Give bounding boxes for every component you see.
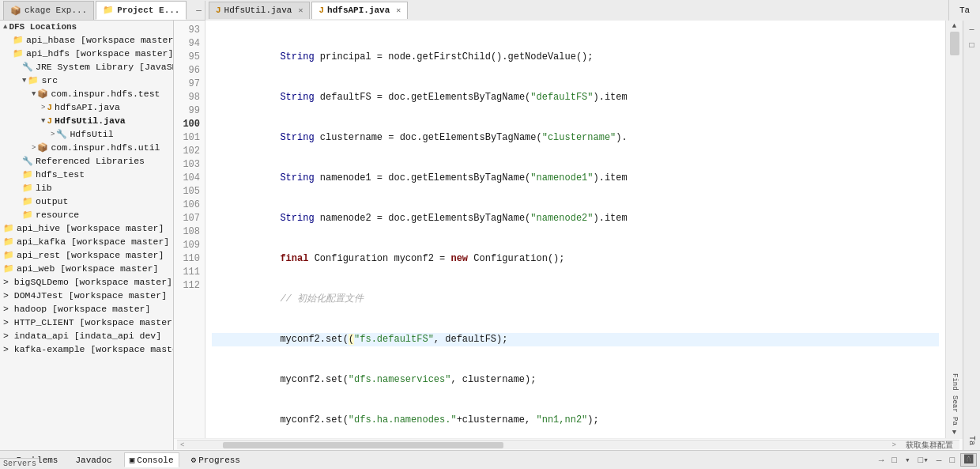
progress-icon: ⚙ — [191, 455, 197, 465]
java-icon-1: J — [216, 6, 221, 15]
line-numbers: 9394959697 9899100 101102103104105 10610… — [174, 21, 205, 438]
close-hdfsutil-tab[interactable]: ✕ — [298, 6, 303, 15]
sidebar-item-indata-api[interactable]: > indata_api [indata_api dev] — [0, 329, 173, 342]
run-btn[interactable]: → — [876, 455, 887, 466]
ref-icon: 🔧 — [22, 156, 33, 166]
package-icon-2: 📦 — [37, 142, 48, 153]
folder-icon-5: 📁 — [22, 196, 33, 206]
sidebar-tree: 📁 api_hbase [workspace master] 📁 api_hdf… — [0, 33, 173, 221]
sidebar-item-dom4j[interactable]: > DOM4JTest [workspace master] — [0, 289, 173, 302]
bottom-toolbar: → □ ▾ □▾ — □ 🅰 — [876, 453, 977, 467]
src-folder-icon: 📁 — [28, 75, 39, 85]
java-icon-2: J — [318, 6, 324, 15]
sidebar-item-output[interactable]: 📁 output — [9, 195, 173, 208]
scroll-down-btn[interactable]: ▼ — [952, 429, 956, 437]
bottom-bar: ⚠ Problems Javadoc ▣ Console ⚙ Progress … — [0, 450, 980, 469]
javadoc-tab[interactable]: Javadoc — [70, 453, 117, 467]
console-icon: ▣ — [130, 455, 135, 465]
console-tab[interactable]: ▣ Console — [124, 452, 179, 467]
far-right-tab[interactable]: Ta — [948, 0, 980, 21]
expand-pkg-arrow: ▼ — [32, 90, 36, 98]
stop-btn[interactable]: □ — [889, 455, 899, 466]
expand-arrow: > — [41, 104, 45, 112]
sidebar-item-com-inspur-util[interactable]: > 📦 com.inspur.hdfs.util — [9, 141, 173, 154]
project-explorer-tab[interactable]: 📁 Project E... — [96, 1, 187, 20]
editor-area: 9394959697 9899100 101102103104105 10610… — [174, 21, 963, 450]
right-scrollbar-panel: ▲ Find Sear Pa ▼ — [945, 21, 963, 438]
folder-icon-8: 📁 — [3, 236, 14, 247]
sidebar-item-hadoop[interactable]: > hadoop [workspace master] — [0, 302, 173, 316]
folder-icon-10: 📁 — [3, 263, 14, 274]
sidebar-item-hdfsapi[interactable]: > J hdfsAPI.java — [9, 100, 173, 114]
package-explorer-icon: 📦 — [10, 6, 21, 16]
sidebar-item-com-inspur-test[interactable]: ▼ 📦 com.inspur.hdfs.test — [9, 87, 173, 100]
sidebar-item-hdfsutil-class[interactable]: > 🔧 HdfsUtil — [9, 127, 173, 141]
code-editor[interactable]: String principal = node.getFirstChild().… — [205, 21, 945, 438]
tasks-label[interactable]: Ta — [966, 433, 978, 448]
top-tab-bar: 📦 ckage Exp... 📁 Project E... — □ ⬡ ▾ J … — [0, 0, 980, 21]
main-area: ▲ DFS Locations 📁 api_hbase [workspace m… — [0, 21, 980, 450]
scroll-lock-btn[interactable]: ▾ — [903, 454, 913, 466]
sidebar-item-api-rest[interactable]: 📁 api_rest [workspace master] — [0, 248, 173, 262]
far-right-minimize[interactable]: — — [965, 22, 979, 36]
sidebar-item-api-web[interactable]: 📁 api_web [workspace master] — [0, 262, 173, 275]
sidebar-item-api-hive[interactable]: 📁 api_hive [workspace master] — [0, 221, 173, 235]
folder-icon: 📁 — [13, 35, 24, 45]
expand-arrow: > — [32, 144, 36, 152]
sidebar-item-api-hdfs[interactable]: 📁 api_hdfs [workspace master] — [9, 47, 173, 60]
sidebar-item-api-hbase[interactable]: 📁 api_hbase [workspace master] — [9, 33, 173, 47]
search-label[interactable]: Sear — [949, 394, 960, 414]
far-right-panel: — □ Ta — [963, 21, 980, 450]
servers-label: Servers — [0, 458, 40, 469]
scroll-up-btn[interactable]: ▲ — [952, 22, 956, 30]
library-icon: 🔧 — [22, 62, 33, 72]
sidebar-item-jre[interactable]: 🔧 JRE System Library [JavaSE-1.8] — [9, 60, 173, 74]
sidebar-item-httpclient[interactable]: > HTTP_CLIENT [workspace master] — [0, 316, 173, 329]
font-btn[interactable]: 🅰 — [960, 453, 977, 467]
minimize-bottom-btn[interactable]: — — [934, 455, 944, 466]
far-right-restore[interactable]: □ — [965, 38, 979, 52]
find-label[interactable]: Find — [949, 372, 960, 392]
folder-icon-6: 📁 — [22, 210, 33, 220]
folder-icon: 📁 — [13, 48, 24, 59]
editor-tab-bar: J HdfsUtil.java ✕ J hdfsAPI.java ✕ — [205, 0, 948, 21]
progress-tab[interactable]: ⚙ Progress — [186, 452, 246, 467]
sidebar-item-resource[interactable]: 📁 resource — [9, 208, 173, 221]
sidebar-item-ref-libs[interactable]: 🔧 Referenced Libraries — [9, 154, 173, 168]
sidebar: ▲ DFS Locations 📁 api_hbase [workspace m… — [0, 21, 174, 450]
scroll-thumb[interactable] — [950, 32, 959, 55]
folder-icon-9: 📁 — [3, 250, 14, 260]
hdfsapi-tab[interactable]: J hdfsAPI.java ✕ — [311, 2, 408, 19]
folder-icon-4: 📁 — [22, 183, 33, 193]
sidebar-item-hdfs-test[interactable]: 📁 hdfs_test — [9, 168, 173, 181]
hdfsutil-tab[interactable]: J HdfsUtil.java ✕ — [209, 2, 310, 19]
sidebar-item-src[interactable]: ▼ 📁 src — [9, 74, 173, 87]
package-explorer-tab[interactable]: 📦 ckage Exp... — [3, 1, 94, 20]
close-hdfsapi-tab[interactable]: ✕ — [396, 6, 401, 15]
package-icon: 📦 — [37, 89, 48, 99]
folder-icon-7: 📁 — [3, 223, 14, 233]
expand-arrow: ▼ — [41, 117, 45, 125]
sidebar-item-kafka-example[interactable]: > kafka-example [workspace master] — [0, 342, 173, 356]
sidebar-item-api-kafka[interactable]: 📁 api_kafka [workspace master] — [0, 235, 173, 248]
java-file-icon-2: J — [47, 116, 52, 126]
sidebar-item-bigsqldemo[interactable]: > bigSQLDemo [workspace master] — [0, 275, 173, 289]
minimize-panel-btn[interactable]: — — [191, 3, 205, 17]
sidebar-item-hdfsutil[interactable]: ▼ J HdfsUtil.java — [9, 114, 173, 127]
folder-icon-3: 📁 — [22, 169, 33, 180]
panel-tabs: 📦 ckage Exp... 📁 Project E... — □ ⬡ ▾ — [0, 1, 205, 20]
code-container: 9394959697 9899100 101102103104105 10610… — [174, 21, 963, 438]
word-wrap-btn[interactable]: □▾ — [916, 454, 931, 466]
dfs-locations-section: ▲ DFS Locations — [0, 21, 173, 33]
method-indicator: < > 获取集群配置 — [174, 438, 963, 450]
sidebar-item-lib[interactable]: 📁 lib — [9, 181, 173, 195]
expand-src-arrow: ▼ — [22, 77, 26, 85]
java-file-icon: J — [47, 103, 52, 112]
expand-arrow: > — [51, 130, 55, 138]
pa-label[interactable]: Pa — [949, 415, 960, 427]
expand-arrow: ▲ — [3, 23, 7, 31]
class-icon: 🔧 — [56, 129, 67, 139]
restore-bottom-btn[interactable]: □ — [947, 455, 957, 466]
project-icon: 📁 — [103, 5, 114, 15]
bottom-code-label: 获取集群配置 — [899, 440, 959, 451]
